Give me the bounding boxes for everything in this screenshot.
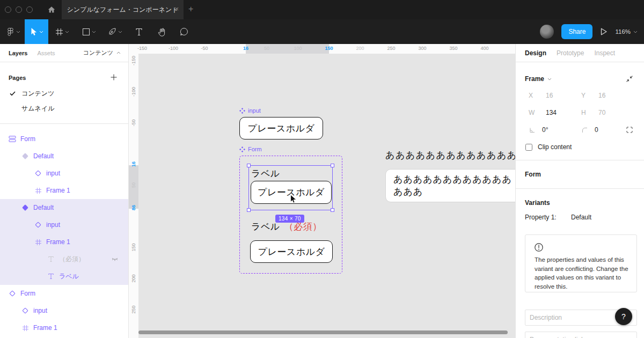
- rectangle-tool-icon: [82, 28, 90, 36]
- figma-logo-icon: [6, 27, 14, 36]
- selection-handle-bl[interactable]: [247, 208, 251, 212]
- avatar[interactable]: [540, 25, 554, 39]
- layer-row[interactable]: Frame 1: [0, 319, 128, 336]
- property-value-dropdown[interactable]: Default: [571, 214, 591, 221]
- component-label-form[interactable]: Form: [239, 146, 262, 152]
- pen-tool-icon: [108, 27, 116, 36]
- shape-tool-button[interactable]: [76, 19, 102, 44]
- layer-row[interactable]: Form: [0, 130, 128, 148]
- rotation-value[interactable]: 0°: [542, 126, 548, 134]
- text-box-line2: あああ: [393, 186, 513, 198]
- tab-inspect[interactable]: Inspect: [594, 49, 615, 57]
- help-button[interactable]: ?: [615, 308, 632, 325]
- form-section-header[interactable]: Form: [525, 168, 644, 181]
- tab-assets[interactable]: Assets: [37, 50, 55, 56]
- comment-tool-button[interactable]: [173, 19, 195, 44]
- zoom-menu[interactable]: 116%: [615, 28, 638, 35]
- component-label-input[interactable]: input: [239, 107, 261, 114]
- page-row[interactable]: コンテンツ: [0, 86, 128, 101]
- new-tab-button[interactable]: +: [188, 4, 193, 14]
- ruler-h-tick: 400: [480, 46, 488, 51]
- toolbar: Share 116%: [0, 19, 644, 44]
- required-text: （必須）: [284, 222, 322, 232]
- clip-content-checkbox[interactable]: [525, 144, 532, 151]
- selection-handle-br[interactable]: [331, 208, 334, 212]
- layer-row[interactable]: ラベル: [0, 268, 128, 285]
- selection-handle-tr[interactable]: [331, 164, 334, 167]
- layer-label: Frame 1: [46, 238, 70, 246]
- ruler-v-tick: 200: [131, 267, 136, 290]
- layer-row[interactable]: Form: [0, 285, 128, 302]
- tab-design[interactable]: Design: [525, 49, 546, 57]
- h-value[interactable]: 70: [598, 109, 605, 116]
- text-icon: [47, 256, 55, 262]
- radius-value[interactable]: 0: [595, 126, 598, 134]
- canvas[interactable]: -150-100-501650100150200250300350400 -15…: [129, 44, 515, 338]
- independent-corners-icon[interactable]: [626, 126, 633, 134]
- variants-section-header[interactable]: Variants: [525, 196, 644, 209]
- move-tool-button[interactable]: [25, 19, 48, 44]
- input-placeholder-box-1[interactable]: プレースホルダ: [239, 117, 323, 139]
- chevron-down-icon: [633, 31, 638, 33]
- layer-row[interactable]: Default: [0, 148, 128, 165]
- text-icon: [47, 273, 55, 280]
- pages-list: コンテンツサムネイル: [0, 86, 128, 116]
- text-box-a[interactable]: ああああああああああああ あああ: [385, 169, 515, 202]
- page-selector[interactable]: コンテンツ: [83, 49, 121, 57]
- componentset-icon: [9, 135, 16, 143]
- window-close-button[interactable]: [5, 6, 11, 13]
- home-icon[interactable]: [47, 5, 56, 14]
- chevron-down-icon: [65, 31, 69, 33]
- ruler-h-tick: -100: [169, 46, 178, 51]
- ruler-v-tick: 50: [131, 173, 136, 197]
- page-row[interactable]: サムネイル: [0, 101, 128, 116]
- text-line-a[interactable]: あああああああああああああ: [385, 149, 515, 161]
- selection-handle-tl[interactable]: [247, 164, 251, 167]
- tab-prototype[interactable]: Prototype: [557, 49, 584, 57]
- input-placeholder-box-3[interactable]: プレースホルダ: [250, 240, 333, 263]
- ruler-h-selection-band: [246, 44, 329, 54]
- chevron-down-icon: [16, 31, 20, 33]
- frame-tool-button[interactable]: [48, 19, 76, 44]
- tab-layers[interactable]: Layers: [9, 50, 27, 56]
- collapse-panel-icon[interactable]: [626, 75, 633, 83]
- chevron-down-icon: [92, 31, 96, 33]
- main-menu-button[interactable]: [2, 19, 25, 44]
- layer-row[interactable]: Default: [0, 199, 128, 216]
- close-tab-icon[interactable]: ×: [174, 5, 179, 13]
- layer-row[interactable]: Frame 1: [0, 182, 128, 199]
- layer-row[interactable]: input: [0, 165, 128, 182]
- y-value[interactable]: 16: [598, 92, 605, 99]
- layer-row[interactable]: input: [0, 216, 128, 233]
- window-minimize-button[interactable]: [16, 6, 22, 13]
- warning-text: The properties and values of this varian…: [535, 255, 630, 291]
- frame-type-label: Frame: [525, 75, 544, 83]
- window-zoom-button[interactable]: [26, 6, 33, 13]
- present-play-icon[interactable]: [600, 27, 608, 36]
- clip-content-row[interactable]: Clip content: [525, 138, 644, 156]
- hand-tool-button[interactable]: [150, 19, 173, 44]
- ruler-h-tick: 300: [418, 46, 426, 51]
- chevron-up-icon: [116, 52, 121, 54]
- add-page-icon[interactable]: [110, 74, 118, 81]
- frame-type-dropdown[interactable]: Frame: [525, 75, 552, 83]
- pen-tool-button[interactable]: [102, 19, 128, 44]
- clip-content-label: Clip content: [538, 143, 572, 151]
- ruler-v-tick: -100: [131, 80, 136, 104]
- layer-row[interactable]: input: [0, 302, 128, 319]
- horizontal-scrollbar[interactable]: [138, 330, 508, 334]
- hidden-eye-icon[interactable]: [111, 255, 119, 263]
- divider: [0, 123, 128, 124]
- x-value[interactable]: 16: [546, 92, 553, 99]
- window-controls: [5, 6, 33, 13]
- text-tool-button[interactable]: [128, 19, 150, 44]
- share-button[interactable]: Share: [561, 24, 592, 39]
- frame-icon: [34, 239, 42, 246]
- documentation-link-input[interactable]: [525, 332, 637, 338]
- layer-row[interactable]: （必須）: [0, 251, 128, 268]
- ruler-h: -150-100-501650100150200250300350400: [129, 44, 515, 54]
- w-value[interactable]: 134: [546, 109, 557, 116]
- file-tab[interactable]: シンプルなフォーム・コンポーネント ×: [62, 0, 184, 19]
- layer-row[interactable]: Frame 1: [0, 233, 128, 251]
- ruler-v: -150-100-50165086150200250: [129, 44, 138, 338]
